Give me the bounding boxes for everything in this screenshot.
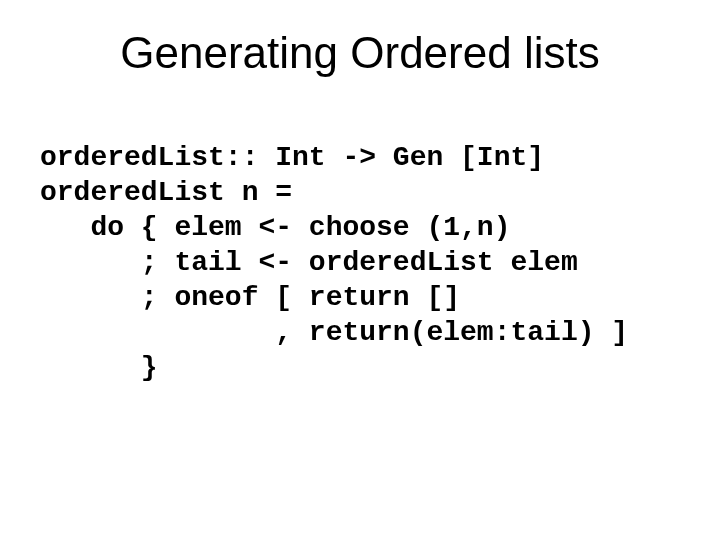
code-line-3: do { elem <- choose (1,n): [40, 212, 510, 243]
code-block: orderedList:: Int -> Gen [Int] orderedLi…: [40, 140, 628, 385]
code-line-6: , return(elem:tail) ]: [40, 317, 628, 348]
code-line-5: ; oneof [ return []: [40, 282, 460, 313]
slide-title: Generating Ordered lists: [0, 28, 720, 78]
slide: Generating Ordered lists orderedList:: I…: [0, 0, 720, 540]
code-line-1: orderedList:: Int -> Gen [Int]: [40, 142, 544, 173]
code-line-4: ; tail <- orderedList elem: [40, 247, 578, 278]
code-line-2: orderedList n =: [40, 177, 292, 208]
code-line-7: }: [40, 352, 158, 383]
